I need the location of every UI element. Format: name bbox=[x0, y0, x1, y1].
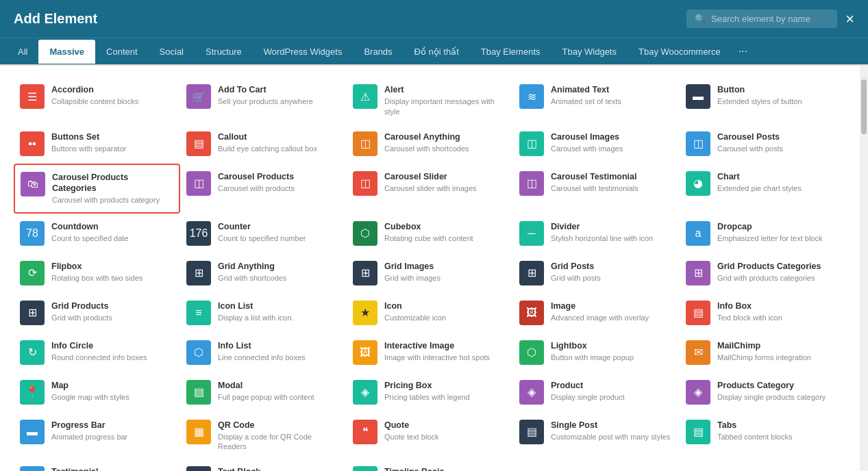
element-info: Carousel ProductsCarousel with products bbox=[218, 171, 340, 194]
element-desc: Quote text block bbox=[384, 432, 507, 442]
element-icon: ◫ bbox=[353, 131, 377, 156]
element-card[interactable]: ◫Carousel PostsCarousel with posts bbox=[680, 124, 846, 164]
element-info: Animated TextAnimated set of texts bbox=[551, 84, 673, 107]
tab-tbay-woocommerce[interactable]: Tbay Woocommerce bbox=[628, 40, 732, 64]
element-name: Info List bbox=[218, 340, 340, 351]
element-card[interactable]: ⊞Grid ImagesGrid with images bbox=[347, 253, 513, 293]
element-card[interactable]: ⚠AlertDisplay important messages with st… bbox=[347, 77, 513, 124]
tab-tbay-widgets[interactable]: Tbay Widgets bbox=[551, 40, 628, 64]
search-box[interactable]: 🔍 bbox=[686, 10, 837, 28]
element-card[interactable]: ❝TestimonialStylish recommendation box bbox=[14, 459, 180, 471]
element-card[interactable]: ◫Carousel SliderCarousel slider with ima… bbox=[347, 164, 513, 214]
tab-brands[interactable]: Brands bbox=[353, 40, 403, 64]
element-card[interactable]: TText BlockDisplay a text with font form… bbox=[180, 459, 347, 471]
element-card[interactable]: ⊞Grid Products CategoriesGrid with produ… bbox=[680, 253, 846, 293]
element-icon: 🖼 bbox=[519, 301, 544, 325]
element-card[interactable]: ⟳FlipboxRotating box with two sides bbox=[14, 253, 180, 293]
element-icon: ⊞ bbox=[519, 261, 544, 285]
tabs-bar: All Massive Content Social Structure Wor… bbox=[0, 38, 868, 64]
tab-do-noi-that[interactable]: Đồ nội thất bbox=[404, 40, 470, 64]
tab-more[interactable]: ··· bbox=[732, 38, 754, 64]
element-desc: Collapsible content blocks bbox=[51, 97, 174, 106]
element-card[interactable]: 🖼ImageAdvanced image with overlay bbox=[513, 293, 680, 333]
element-icon: ◫ bbox=[186, 171, 211, 196]
element-card[interactable]: ◫Carousel TestimonialCarousel with testi… bbox=[513, 164, 680, 214]
element-info: CalloutBuild eye catching callout box bbox=[218, 131, 340, 154]
element-card[interactable]: 176CounterCount to specified number bbox=[180, 214, 347, 253]
tab-all[interactable]: All bbox=[7, 40, 38, 64]
element-card[interactable]: 📍MapGoogle map with styles bbox=[14, 372, 180, 412]
element-card[interactable]: ─DividerStylish horizontal line with ico… bbox=[513, 214, 680, 253]
element-name: Callout bbox=[218, 131, 340, 142]
tab-massive[interactable]: Massive bbox=[38, 40, 95, 64]
element-icon: ✉ bbox=[686, 340, 710, 365]
element-card[interactable]: ▪▪Buttons SetButtons with separator bbox=[14, 124, 180, 164]
element-card[interactable]: ✉MailChimpMailChimp forms integration bbox=[680, 333, 846, 372]
element-card[interactable]: ⬡LightboxButton with image popup bbox=[513, 333, 680, 372]
element-card[interactable]: ≋Animated TextAnimated set of texts bbox=[513, 77, 680, 124]
element-card[interactable]: ▤Info BoxText block with icon bbox=[680, 293, 846, 333]
element-card[interactable]: ★IconCustomizable icon bbox=[347, 293, 513, 333]
element-desc: Display a list with icon. bbox=[218, 313, 340, 322]
element-card[interactable]: ◈ProductDisplay single product bbox=[513, 372, 680, 412]
element-card[interactable]: ▤ModalFull page popup with content bbox=[180, 372, 347, 412]
element-icon: ◈ bbox=[686, 380, 710, 405]
element-name: Buttons Set bbox=[51, 131, 174, 142]
element-card[interactable]: ⬡Info ListLine connected info boxes bbox=[180, 333, 347, 372]
element-name: Info Circle bbox=[51, 340, 174, 351]
element-card[interactable]: ⬡CubeboxRotating cube with content bbox=[347, 214, 513, 253]
element-card[interactable]: ◈Pricing BoxPricing tables with legend bbox=[347, 372, 513, 412]
element-icon: ⟳ bbox=[20, 261, 45, 285]
scrollbar-thumb[interactable] bbox=[861, 79, 867, 134]
element-card[interactable]: ≡Icon ListDisplay a list with icon. bbox=[180, 293, 347, 333]
element-icon: ⬡ bbox=[186, 340, 211, 365]
element-info: IconCustomizable icon bbox=[384, 301, 507, 323]
tab-wordpress-widgets[interactable]: WordPress Widgets bbox=[253, 40, 354, 64]
element-card[interactable]: 78CountdownCount to specified date bbox=[14, 214, 180, 253]
element-card[interactable]: ▤TabsTabbed content blocks bbox=[680, 412, 846, 459]
element-card[interactable]: 🛍Carousel Products CategoriesCarousel wi… bbox=[14, 164, 180, 214]
element-card[interactable]: ◫Carousel AnythingCarousel with shortcod… bbox=[347, 124, 513, 164]
element-card[interactable]: ▦QR CodeDisplay a code for QR Code Reade… bbox=[180, 412, 347, 459]
element-info: ImageAdvanced image with overlay bbox=[551, 301, 673, 323]
element-icon: ◕ bbox=[686, 171, 710, 196]
element-desc: Count to specified number bbox=[218, 233, 340, 243]
element-card[interactable]: 🖼Interactive ImageImage with interactive… bbox=[347, 333, 513, 372]
element-desc: Carousel with images bbox=[551, 144, 673, 153]
element-card[interactable]: ⬡Timeline BasicSimple timeline shortcode bbox=[347, 459, 513, 471]
element-card[interactable]: aDropcapEmphasized letter for text block bbox=[680, 214, 846, 253]
element-card[interactable]: ▤Single PostCustomizable post with many … bbox=[513, 412, 680, 459]
element-name: Countdown bbox=[51, 221, 174, 232]
element-card[interactable]: ⊞Grid ProductsGrid with products bbox=[14, 293, 180, 333]
element-info: Carousel ImagesCarousel with images bbox=[551, 131, 673, 154]
close-button[interactable]: × bbox=[845, 12, 854, 27]
element-card[interactable]: ⊞Grid PostsGrid with posts bbox=[513, 253, 680, 293]
element-card[interactable]: ◫Carousel ProductsCarousel with products bbox=[180, 164, 347, 214]
element-card[interactable]: ▬Progress BarAnimated progress bar bbox=[14, 412, 180, 459]
element-info: ChartExtended pie chart styles bbox=[717, 171, 840, 194]
element-card[interactable]: ◈Products CategoryDisplay single product… bbox=[680, 372, 846, 412]
scrollbar-track[interactable] bbox=[860, 66, 868, 471]
tab-content[interactable]: Content bbox=[95, 40, 149, 64]
element-card[interactable]: ❝QuoteQuote text block bbox=[347, 412, 513, 459]
element-card[interactable]: ☰AccordionCollapsible content blocks bbox=[14, 77, 180, 124]
element-name: Flipbox bbox=[51, 261, 174, 272]
element-card[interactable]: ◕ChartExtended pie chart styles bbox=[680, 164, 846, 214]
search-input[interactable] bbox=[711, 14, 829, 24]
element-card[interactable]: 🛒Add To CartSell your products anywhere bbox=[180, 77, 347, 124]
tab-social[interactable]: Social bbox=[149, 40, 195, 64]
tab-tbay-elements[interactable]: Tbay Elements bbox=[470, 40, 551, 64]
element-card[interactable]: ▤CalloutBuild eye catching callout box bbox=[180, 124, 347, 164]
tab-structure[interactable]: Structure bbox=[195, 40, 253, 64]
element-icon: ◫ bbox=[353, 171, 377, 196]
element-desc: Carousel with shortcodes bbox=[384, 144, 507, 153]
element-info: Carousel SliderCarousel slider with imag… bbox=[384, 171, 507, 194]
element-card[interactable]: ⊞Grid AnythingGrid with shortcodes bbox=[180, 253, 347, 293]
element-name: Carousel Products Categories bbox=[52, 172, 173, 194]
element-card[interactable]: ▬ButtonExtended styles of button bbox=[680, 77, 846, 124]
element-info: Carousel AnythingCarousel with shortcode… bbox=[384, 131, 507, 154]
element-card[interactable]: ◫Carousel ImagesCarousel with images bbox=[513, 124, 680, 164]
element-card[interactable]: ↻Info CircleRound connected info boxes bbox=[14, 333, 180, 372]
element-icon: ▬ bbox=[20, 420, 45, 444]
element-desc: Display important messages with style bbox=[384, 97, 507, 116]
